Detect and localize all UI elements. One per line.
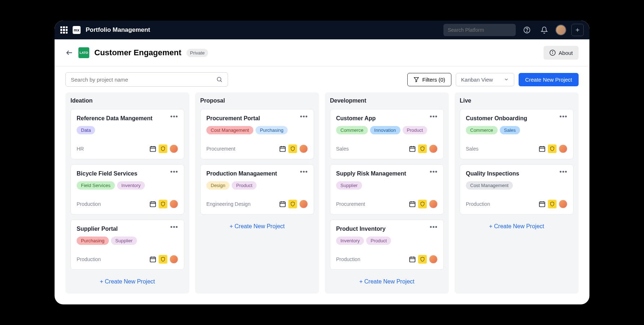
- apps-grid-icon[interactable]: [60, 26, 68, 34]
- assignee-avatar[interactable]: [169, 255, 178, 264]
- card-menu-button[interactable]: •••: [559, 170, 567, 173]
- card-department: Production: [77, 256, 101, 262]
- user-avatar[interactable]: [555, 25, 566, 35]
- shield-icon: [418, 144, 427, 153]
- card-title: Bicycle Field Services: [77, 170, 137, 177]
- privacy-badge: Private: [186, 49, 208, 57]
- kanban-column: ProposalProcurement Portal•••Cost Manage…: [195, 92, 319, 294]
- svg-rect-21: [150, 257, 156, 262]
- assignee-avatar[interactable]: [169, 200, 178, 208]
- project-card[interactable]: Procurement Portal•••Cost ManagementPurc…: [200, 109, 314, 159]
- back-button[interactable]: [65, 49, 73, 57]
- project-card[interactable]: Supply Risk Management•••SupplierProcure…: [330, 164, 444, 214]
- card-menu-button[interactable]: •••: [300, 170, 308, 173]
- assignee-avatar[interactable]: [299, 144, 308, 153]
- help-button[interactable]: [521, 24, 533, 36]
- tag-list: Supplier: [336, 181, 438, 190]
- notifications-button[interactable]: [538, 24, 550, 36]
- calendar-icon: [149, 256, 156, 263]
- tag: Inventory: [336, 237, 364, 245]
- card-menu-button[interactable]: •••: [430, 115, 438, 118]
- project-card[interactable]: Bicycle Field Services•••Field ServicesI…: [70, 164, 184, 214]
- tag: Design: [206, 181, 229, 190]
- search-project-input[interactable]: [71, 77, 213, 83]
- calendar-icon: [538, 200, 546, 208]
- bell-icon: [541, 26, 548, 34]
- shield-icon: [288, 144, 297, 153]
- column-title: Proposal: [200, 98, 314, 104]
- tag: Product: [232, 181, 257, 190]
- add-project-link[interactable]: + Create New Project: [70, 275, 184, 289]
- project-card[interactable]: Supplier Portal•••PurchasingSupplierProd…: [70, 220, 184, 270]
- search-platform-input[interactable]: [448, 27, 511, 33]
- add-project-link[interactable]: + Create New Project: [330, 275, 444, 289]
- card-title: Supply Risk Management: [336, 170, 406, 177]
- card-department: Production: [466, 201, 490, 207]
- project-card[interactable]: Customer App•••CommerceInnovationProduct…: [330, 109, 444, 159]
- card-foot-icons: [538, 200, 567, 208]
- card-menu-button[interactable]: •••: [170, 226, 178, 229]
- tag: Commerce: [466, 126, 498, 134]
- card-foot-icons: [279, 200, 308, 208]
- card-title: Quality Inspections: [466, 170, 519, 177]
- svg-point-10: [217, 77, 221, 81]
- tag: Purchasing: [77, 237, 109, 245]
- card-menu-button[interactable]: •••: [170, 115, 178, 118]
- app-title: Portfolio Management: [86, 26, 150, 34]
- calendar-icon: [279, 145, 286, 152]
- shield-icon: [548, 200, 557, 208]
- assignee-avatar[interactable]: [559, 144, 567, 153]
- add-project-link[interactable]: + Create New Project: [200, 220, 314, 233]
- svg-point-9: [552, 51, 553, 52]
- shield-icon: [159, 200, 167, 208]
- assignee-avatar[interactable]: [169, 144, 178, 153]
- tag: Supplier: [111, 237, 137, 245]
- calendar-icon: [149, 200, 156, 208]
- tag: Product: [366, 237, 391, 245]
- card-department: HR: [77, 146, 84, 152]
- card-department: Sales: [466, 146, 478, 152]
- tag-list: Cost Management: [466, 181, 567, 190]
- add-button[interactable]: [571, 24, 584, 36]
- card-menu-button[interactable]: •••: [300, 115, 308, 118]
- svg-rect-13: [150, 147, 156, 151]
- shield-icon: [418, 255, 427, 264]
- app-logo[interactable]: mx: [73, 26, 81, 34]
- assignee-avatar[interactable]: [559, 200, 567, 208]
- card-department: Production: [77, 201, 101, 207]
- assignee-avatar[interactable]: [429, 144, 438, 153]
- svg-rect-17: [150, 202, 156, 207]
- card-department: Procurement: [336, 201, 365, 207]
- tag: Cost Management: [466, 181, 513, 190]
- assignee-avatar[interactable]: [429, 255, 438, 264]
- shield-icon: [418, 200, 427, 208]
- card-department: Engineering Design: [206, 201, 250, 207]
- card-title: Product Inventory: [336, 226, 386, 232]
- filters-button[interactable]: Filters (0): [407, 73, 451, 86]
- tag: Commerce: [336, 126, 368, 134]
- card-menu-button[interactable]: •••: [559, 115, 567, 118]
- column-title: Live: [460, 98, 574, 104]
- card-menu-button[interactable]: •••: [430, 170, 438, 173]
- about-label: About: [559, 50, 573, 56]
- portfolio-logo: LATO: [78, 47, 89, 58]
- add-project-link[interactable]: + Create New Project: [460, 220, 574, 233]
- search-project[interactable]: [65, 72, 228, 87]
- about-button[interactable]: About: [544, 46, 579, 60]
- shield-icon: [159, 144, 167, 153]
- project-card[interactable]: Quality Inspections•••Cost ManagementPro…: [460, 164, 574, 214]
- assignee-avatar[interactable]: [429, 200, 438, 208]
- search-platform[interactable]: [443, 24, 516, 36]
- create-project-button[interactable]: Create New Project: [519, 73, 579, 86]
- tag-list: DesignProduct: [206, 181, 308, 190]
- project-card[interactable]: Reference Data Mangement•••DataHR: [70, 109, 184, 159]
- search-icon: [216, 76, 223, 83]
- view-select[interactable]: Kanban View: [456, 73, 514, 86]
- project-card[interactable]: Product Inventory•••InventoryProductProd…: [330, 220, 444, 270]
- assignee-avatar[interactable]: [299, 200, 308, 208]
- card-menu-button[interactable]: •••: [430, 226, 438, 229]
- project-card[interactable]: Customer Onboarding•••CommerceSalesSales: [460, 109, 574, 159]
- project-card[interactable]: Production Managaement•••DesignProductEn…: [200, 164, 314, 214]
- card-menu-button[interactable]: •••: [170, 170, 178, 173]
- calendar-icon: [149, 145, 156, 152]
